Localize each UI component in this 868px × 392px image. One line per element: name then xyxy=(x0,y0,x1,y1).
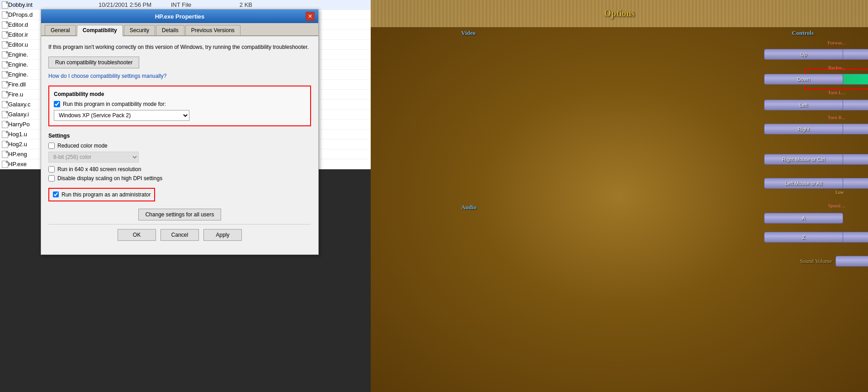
speed-ctrl-label: Speed ... xyxy=(828,203,845,208)
settings-section: Settings Reduced color mode 8-bit (256) … xyxy=(48,133,311,201)
ctrl-down-row: Down xyxy=(764,74,843,85)
file-icon xyxy=(2,131,8,138)
file-icon xyxy=(2,151,8,158)
ctrl-audio-button[interactable]: A xyxy=(764,213,843,224)
file-icon xyxy=(2,21,8,29)
run-troubleshooter-button[interactable]: Run compatibility troubleshooter xyxy=(48,57,139,68)
ctrl-down-label: Down xyxy=(797,76,810,82)
tab-previous-versions[interactable]: Previous Versions xyxy=(185,25,241,35)
file-icon xyxy=(2,61,8,68)
mouse-speed-labels: Low High xyxy=(835,190,868,195)
file-icon xyxy=(2,11,8,19)
disable-dpi-label: Disable display scaling on high DPI sett… xyxy=(57,175,162,182)
run-admin-label: Run this program as an administrator xyxy=(61,191,151,198)
ctrl-right-label: Right xyxy=(798,126,810,132)
dialog-footer: OK Cancel Apply xyxy=(48,224,311,247)
mouse-speed-low: Low xyxy=(835,190,844,195)
disable-dpi-checkbox[interactable] xyxy=(48,175,55,182)
file-icon xyxy=(2,101,8,108)
file-icon xyxy=(2,81,8,88)
run-640-row: Run in 640 x 480 screen resolution xyxy=(48,166,311,172)
ctrl-jump-label: Right Mouse or Ctrl xyxy=(782,157,825,162)
ctrl-right-button[interactable]: Right xyxy=(764,124,843,134)
audio-section-label: Audio xyxy=(461,204,476,211)
file-icon xyxy=(2,161,8,168)
compat-mode-checkbox[interactable] xyxy=(54,101,60,107)
ctrl-use-row: Left Mouse or Alt xyxy=(764,178,843,189)
compatibility-mode-section: Compatibility mode Run this program in c… xyxy=(48,86,311,126)
reduced-color-row: Reduced color mode xyxy=(48,143,311,149)
settings-title: Settings xyxy=(48,133,311,139)
ctrl-down-button[interactable]: Down xyxy=(764,74,843,85)
sound-volume-slider[interactable] xyxy=(835,256,868,267)
ok-button[interactable]: OK xyxy=(118,229,156,241)
game-panel: Options Video Controls Audio Resolution … xyxy=(371,0,868,392)
ctrl-audio-label: A xyxy=(802,215,805,221)
disable-dpi-row: Disable display scaling on high DPI sett… xyxy=(48,175,311,182)
compat-mode-label: Run this program in compatibility mode f… xyxy=(63,101,166,107)
ctrl-z-button[interactable]: Z xyxy=(764,232,843,243)
reduced-color-checkbox[interactable] xyxy=(48,143,55,149)
ctrl-left-button[interactable]: Left xyxy=(764,100,843,110)
compat-mode-select[interactable]: Windows XP (Service Pack 2) Windows Vist… xyxy=(54,110,189,121)
sound-volume-slider-container xyxy=(835,256,868,267)
close-button[interactable]: ✕ xyxy=(306,12,315,21)
file-icon xyxy=(2,91,8,98)
ctrl-left-row: Left xyxy=(764,100,843,110)
ctrl-use-button[interactable]: Left Mouse or Alt xyxy=(764,178,843,189)
dialog-body: If this program isn't working correctly … xyxy=(41,36,318,254)
help-link[interactable]: How do I choose compatibility settings m… xyxy=(48,73,311,79)
ctrl-z-label: Z xyxy=(802,234,805,240)
file-icon xyxy=(2,31,8,38)
ctrl-right-row: Right xyxy=(764,124,843,134)
file-row[interactable]: Dobby.int 10/21/2001 2:56 PM INT File 2 … xyxy=(0,0,371,10)
run-admin-checkbox[interactable] xyxy=(53,191,59,197)
turn-left-ctrl-label: Turn L... xyxy=(828,90,845,95)
tab-general[interactable]: General xyxy=(45,25,76,35)
ctrl-up-label: Up xyxy=(800,52,807,57)
ctrl-up-button[interactable]: Up xyxy=(764,49,843,60)
color-depth-select[interactable]: 8-bit (256) color xyxy=(48,152,139,163)
sound-volume-row: Sound Volume xyxy=(791,256,868,267)
tab-security[interactable]: Security xyxy=(124,25,155,35)
ctrl-jump-button[interactable]: Right Mouse or Ctrl xyxy=(764,154,843,165)
run-640-checkbox[interactable] xyxy=(48,166,55,172)
controls-section-label: Controls xyxy=(792,29,814,37)
file-explorer: Dobby.int 10/21/2001 2:56 PM INT File 2 … xyxy=(0,0,371,392)
tab-compatibility[interactable]: Compatibility xyxy=(77,25,123,36)
compat-mode-checkbox-row: Run this program in compatibility mode f… xyxy=(54,101,306,107)
tab-details[interactable]: Details xyxy=(156,25,184,35)
turn-right-ctrl-label: Turn R... xyxy=(828,115,845,120)
file-icon xyxy=(2,51,8,58)
apply-button[interactable]: Apply xyxy=(203,229,242,241)
file-icon xyxy=(2,121,8,128)
dialog-titlebar: HP.exe Properties ✕ xyxy=(41,10,318,23)
file-icon xyxy=(2,71,8,78)
backward-ctrl-label: Backw... xyxy=(828,65,845,70)
file-icon xyxy=(2,111,8,118)
cancel-button[interactable]: Cancel xyxy=(160,229,199,241)
dialog-tabs: General Compatibility Security Details P… xyxy=(41,23,318,36)
video-section-label: Video xyxy=(461,29,476,37)
file-icon xyxy=(2,1,8,9)
ctrl-audio-row: A xyxy=(764,213,843,224)
ctrl-use-label: Left Mouse or Alt xyxy=(785,181,822,186)
sound-volume-label: Sound Volume xyxy=(791,258,832,265)
ctrl-left-label: Left xyxy=(799,102,807,108)
ctrl-z-row: Z xyxy=(764,232,843,243)
run-admin-section: Run this program as an administrator xyxy=(48,188,155,201)
file-icon xyxy=(2,41,8,48)
dialog-title: HP.exe Properties xyxy=(54,13,306,20)
forward-ctrl-label: Forwar... xyxy=(828,40,845,45)
ctrl-up-row: Up xyxy=(764,49,843,60)
ctrl-jump-row: Right Mouse or Ctrl xyxy=(764,154,843,165)
reduced-color-label: Reduced color mode xyxy=(57,143,108,149)
compat-mode-title: Compatibility mode xyxy=(54,91,306,97)
properties-dialog: HP.exe Properties ✕ General Compatibilit… xyxy=(41,9,319,255)
compat-intro-text: If this program isn't working correctly … xyxy=(48,43,311,51)
change-settings-button[interactable]: Change settings for all users xyxy=(138,209,221,220)
options-title: Options xyxy=(604,8,635,19)
run-640-label: Run in 640 x 480 screen resolution xyxy=(57,166,141,172)
file-icon xyxy=(2,141,8,148)
